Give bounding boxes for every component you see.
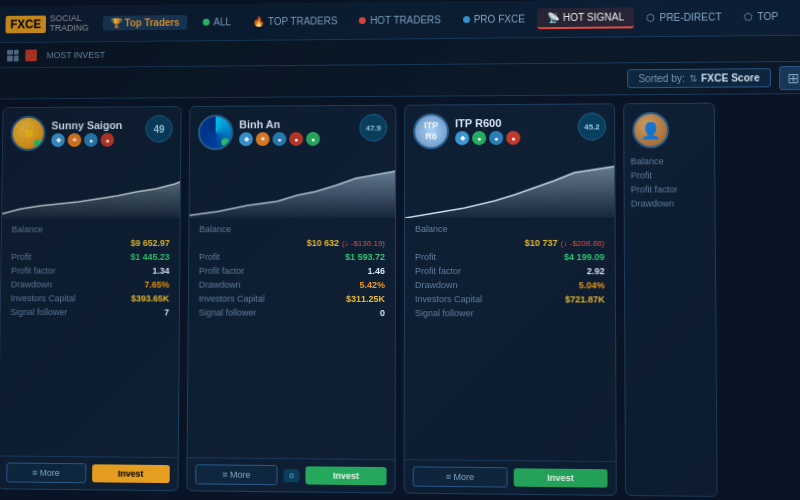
tab-hot-traders[interactable]: HOT TRADERS — [349, 10, 451, 30]
hexagon-icon: ⬡ — [646, 12, 655, 23]
dot-icon — [359, 17, 366, 24]
more-button[interactable]: ≡ More — [195, 464, 277, 485]
stat-drawdown: Drawdown 5.04% — [415, 280, 605, 290]
investors-value: $393.65K — [131, 294, 169, 304]
profit-factor-value: 1.46 — [367, 266, 385, 276]
stat-profit: Profit $1 445.23 — [11, 252, 170, 262]
balance-label: Balance — [631, 156, 709, 166]
score-badge: 47.9 — [359, 114, 387, 142]
score-badge: 45.2 — [578, 112, 606, 140]
logo-subtitle: SOCIALTRADING — [50, 14, 89, 34]
grid-icon: ⊞ — [787, 69, 799, 85]
card-stats: Balance $10 632 (↓ -$136.19) Profit $1 5… — [188, 218, 395, 459]
sort-control[interactable]: Sorted by: ⇅ FXCE Score — [627, 68, 771, 88]
profit-label: Profit — [11, 252, 31, 262]
trader-card-partial: 👤 Balance Profit Profit factor Drawdown — [623, 103, 718, 497]
stat-follower: Signal follower 0 — [199, 308, 385, 318]
profit-value: $4 199.09 — [564, 252, 605, 262]
trader-info: Sunny Saigon ◆ ★ ● ● — [51, 119, 122, 147]
trader-card-binh-an: Binh An ◆ ★ ● ● ● 47.9 — [186, 105, 396, 494]
stat-follower: Signal follower 7 — [10, 307, 169, 317]
trader-card-itp-r600: ITPR6 ITP R600 ◆ ● ● ● 45.2 — [404, 103, 617, 496]
online-indicator — [221, 138, 229, 146]
tab-pre-direct[interactable]: ⬡ PRE-DIRECT — [636, 7, 732, 27]
partial-card-content: Balance Profit Profit factor Drawdown — [624, 148, 714, 217]
invest-button[interactable]: Invest — [514, 468, 608, 487]
cards-container: ☀️ Sunny Saigon ◆ ★ ● ● 49 — [0, 94, 800, 500]
tab-pro-fxce[interactable]: PRO FXCE — [453, 9, 535, 29]
badge-diamond: ◆ — [239, 132, 253, 146]
more-button[interactable]: ≡ More — [6, 463, 86, 484]
most-invest-tab[interactable]: MOST INVEST — [41, 47, 111, 61]
drawdown-value: 7.65% — [144, 280, 169, 290]
card-chart — [405, 152, 615, 218]
top-traders-badge[interactable]: 🏆 Top Traders — [102, 15, 187, 30]
trader-info: Binh An ◆ ★ ● ● ● — [239, 118, 320, 146]
trader-info: ITP R600 ◆ ● ● ● — [455, 117, 520, 145]
trader-card-sunny-saigon: ☀️ Sunny Saigon ◆ ★ ● ● 49 — [0, 106, 182, 491]
stat-profit-factor: Profit factor 1.34 — [11, 266, 170, 276]
view-toggle-button[interactable]: ⊞ — [779, 65, 800, 89]
toolbar: Sorted by: ⇅ FXCE Score ⊞ — [0, 62, 800, 100]
badge-red: ● — [289, 132, 303, 146]
investors-label: Investors Capital — [415, 294, 482, 304]
stat-follower: Signal follower — [415, 308, 605, 319]
invest-button[interactable]: Invest — [92, 464, 170, 483]
dot-icon — [203, 19, 210, 26]
avatar: ITPR6 — [413, 113, 449, 149]
investors-label: Investors Capital — [11, 293, 76, 303]
avatar: ☀️ — [11, 116, 46, 151]
tab-top-more[interactable]: ⬠ TOP — [734, 7, 789, 27]
card-chart — [190, 153, 396, 218]
profit-value: $1 445.23 — [130, 252, 169, 262]
tab-hot-signal[interactable]: 📡 HOT SIGNAL — [537, 7, 634, 29]
balance-label: Balance — [11, 224, 43, 234]
trader-name: Sunny Saigon — [51, 119, 122, 131]
stat-balance-value: $10 632 (↓ -$136.19) — [199, 238, 385, 248]
logo: FXCE SOCIALTRADING — [5, 14, 88, 34]
balance-change: (↓ -$136.19) — [342, 239, 385, 248]
invest-button[interactable]: Invest — [305, 466, 386, 485]
avatar-text: ITPR6 — [424, 121, 438, 143]
badge-diamond: ◆ — [455, 131, 469, 145]
stat-profit: Profit $1 593.72 — [199, 252, 385, 262]
list-view-icon[interactable] — [25, 49, 37, 61]
more-button[interactable]: ≡ More — [413, 466, 508, 487]
drawdown-value: 5.42% — [359, 280, 384, 290]
grid-view-icon[interactable] — [7, 49, 19, 61]
card-chart — [2, 154, 180, 218]
card-footer: ≡ More Invest — [405, 459, 616, 495]
avatar-icon: ☀️ — [20, 126, 37, 142]
profit-factor-label: Profit factor — [631, 184, 709, 194]
profit-label: Profit — [631, 170, 709, 180]
drawdown-label: Drawdown — [415, 280, 458, 290]
balance-value: $10 737 — [525, 238, 558, 248]
trophy-icon: 🏆 — [110, 18, 122, 29]
sort-arrows-icon: ⇅ — [689, 73, 697, 84]
tab-top-traders[interactable]: 🔥 TOP TRADERS — [243, 11, 348, 31]
profit-factor-label: Profit factor — [11, 266, 56, 276]
stat-profit-factor: Profit factor 2.92 — [415, 266, 605, 276]
profit-value: $1 593.72 — [345, 252, 385, 262]
investors-value: $721.87K — [565, 294, 605, 304]
stat-balance: Balance — [11, 224, 169, 234]
stat-balance-value: $10 737 (↓ -$208.86) — [415, 238, 605, 248]
card-stats: Balance $10 737 (↓ -$208.86) Profit $4 1… — [405, 218, 616, 461]
nav-tabs: ALL 🔥 TOP TRADERS HOT TRADERS PRO FXCE 📡… — [193, 6, 800, 33]
card-footer: ≡ More Invest — [0, 455, 178, 490]
tab-all[interactable]: ALL — [193, 12, 241, 31]
badge-blue: ● — [84, 133, 98, 147]
card-footer: ≡ More 0 Invest — [187, 457, 394, 492]
trader-name: ITP R600 — [455, 117, 520, 129]
card-header: 👤 — [624, 104, 714, 149]
profit-factor-label: Profit factor — [199, 266, 244, 276]
follower-value: 7 — [164, 307, 169, 317]
follower-label: Signal follower — [415, 308, 474, 318]
score-badge: 49 — [145, 115, 173, 143]
balance-label: Balance — [199, 224, 231, 234]
balance-value: $9 652.97 — [131, 238, 170, 248]
stat-balance: Balance — [199, 224, 385, 234]
badge-blue: ● — [489, 131, 503, 145]
profit-factor-value: 1.34 — [152, 266, 169, 276]
avatar-icon: 👤 — [641, 121, 661, 140]
